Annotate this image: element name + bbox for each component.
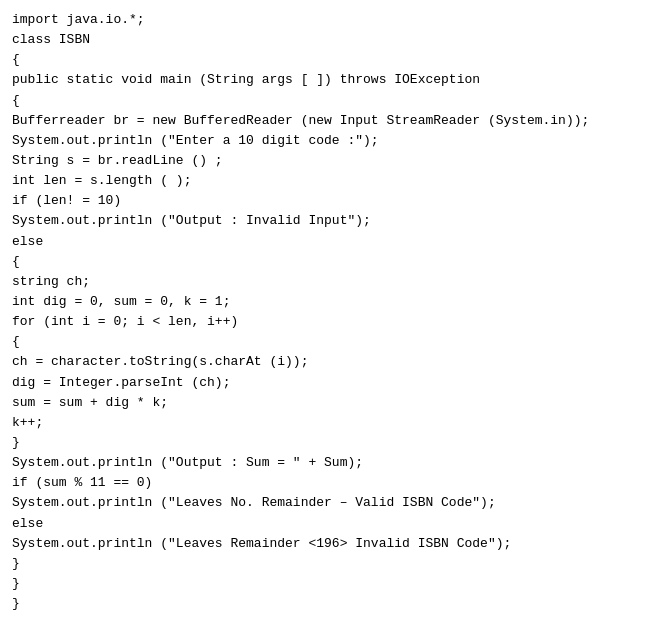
code-line: string ch; [12, 272, 639, 292]
code-line: dig = Integer.parseInt (ch); [12, 373, 639, 393]
code-line: int len = s.length ( ); [12, 171, 639, 191]
code-line: for (int i = 0; i < len, i++) [12, 312, 639, 332]
code-line: System.out.println ("Output : Invalid In… [12, 211, 639, 231]
code-line: ch = character.toString(s.charAt (i)); [12, 352, 639, 372]
code-line: System.out.println ("Leaves No. Remainde… [12, 493, 639, 513]
code-line: { [12, 252, 639, 272]
code-line: if (len! = 10) [12, 191, 639, 211]
code-line: int dig = 0, sum = 0, k = 1; [12, 292, 639, 312]
code-display: import java.io.*;class ISBN{public stati… [12, 10, 639, 614]
code-line: Bufferreader br = new BufferedReader (ne… [12, 111, 639, 131]
code-line: System.out.println ("Leaves Remainder <1… [12, 534, 639, 554]
code-line: } [12, 433, 639, 453]
code-line: String s = br.readLine () ; [12, 151, 639, 171]
code-line: import java.io.*; [12, 10, 639, 30]
code-line: { [12, 91, 639, 111]
code-line: { [12, 50, 639, 70]
code-line: sum = sum + dig * k; [12, 393, 639, 413]
code-line: else [12, 232, 639, 252]
code-line: } [12, 594, 639, 614]
code-line: if (sum % 11 == 0) [12, 473, 639, 493]
code-line: System.out.println ("Enter a 10 digit co… [12, 131, 639, 151]
code-line: System.out.println ("Output : Sum = " + … [12, 453, 639, 473]
code-line: } [12, 554, 639, 574]
code-line: } [12, 574, 639, 594]
code-line: else [12, 514, 639, 534]
code-line: k++; [12, 413, 639, 433]
code-line: class ISBN [12, 30, 639, 50]
code-line: public static void main (String args [ ]… [12, 70, 639, 90]
code-line: { [12, 332, 639, 352]
